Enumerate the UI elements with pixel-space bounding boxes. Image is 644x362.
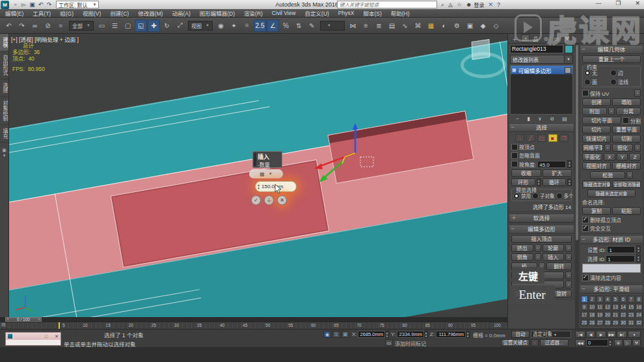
tab-modify[interactable]: ◔ [521, 35, 530, 42]
attach-settings-button[interactable]: ▫ [608, 107, 615, 115]
tab-hierarchy[interactable]: 品 [531, 35, 540, 42]
tab-motion[interactable]: ◎ [542, 35, 550, 42]
ribbon-tab-自由形式[interactable]: 自由形式 [0, 51, 8, 79]
angle-snap-icon[interactable]: ∠ [267, 20, 279, 32]
mini-window-titlebar[interactable]: □ ✕ [6, 333, 60, 340]
render-production-icon[interactable]: ◆ [477, 20, 489, 32]
smoothing-group-7[interactable]: 7 [628, 296, 635, 303]
inset-settings-button[interactable]: ▫ [565, 253, 572, 261]
current-frame-field[interactable]: 0 [586, 339, 608, 346]
smoothing-group-1[interactable]: 1 [581, 296, 588, 303]
slider-next-icon[interactable]: › [38, 317, 40, 322]
save-icon[interactable]: ▣ [28, 1, 36, 8]
slider-prev-icon[interactable]: ‹ [7, 317, 8, 322]
select-and-move-icon[interactable]: ✚ [148, 20, 160, 32]
rectangular-region-icon[interactable]: ▢ [122, 20, 134, 32]
select-id-field[interactable]: 1 [606, 255, 635, 262]
smoothing-group-11[interactable]: 11 [597, 303, 604, 311]
loop-spinner[interactable]: ▲▼ [567, 178, 572, 186]
smoothing-group-21[interactable]: 21 [612, 311, 619, 318]
modifier-list-dropdown[interactable]: 修改器列表 ▼ [510, 55, 573, 64]
material-id-name-dropdown[interactable] [582, 264, 641, 273]
make-planar-button[interactable]: 平面化 [582, 153, 602, 161]
extrude-button[interactable]: 挤出 [511, 244, 533, 252]
smoothing-group-25[interactable]: 25 [581, 319, 588, 326]
remove-modifier-icon[interactable]: ⊘ [550, 116, 554, 122]
frame-spinner[interactable]: ▲▼ [608, 339, 612, 346]
configure-modifier-sets-icon[interactable]: ▤ [562, 116, 567, 122]
rollout-header-material-ids[interactable]: −多边形: 材质 ID [580, 236, 643, 244]
smoothing-group-26[interactable]: 26 [589, 319, 596, 326]
create-button[interactable]: 创建 [582, 98, 611, 106]
smoothing-group-10[interactable]: 10 [589, 303, 596, 311]
y-spinner[interactable]: ▲▼ [424, 331, 428, 338]
hide-unselected-button[interactable]: 隐藏未选定对象 [587, 189, 636, 197]
reset-plane-button[interactable]: 重置平面 [612, 126, 641, 133]
smoothing-group-22[interactable]: 22 [620, 311, 627, 318]
view-cube-box[interactable] [472, 39, 490, 60]
set-id-field[interactable]: 1 [607, 246, 635, 253]
make-unique-icon[interactable]: ∨ [538, 116, 542, 122]
menu-item-修改器M[interactable]: 修改器(M) [138, 9, 163, 17]
pin-stack-icon[interactable]: − [516, 116, 519, 122]
layer-manager-icon[interactable]: ≣ [373, 20, 385, 32]
mini-minimize-icon[interactable]: □ [45, 334, 47, 339]
material-editor-icon[interactable]: ◐ [438, 20, 450, 32]
ring-button[interactable]: 环形 [511, 178, 535, 186]
undo-quick-icon[interactable]: ↶ [36, 1, 45, 8]
stack-item-editable-poly[interactable]: ▦ 可编辑多边形 [511, 66, 572, 74]
menu-item-自定义U[interactable]: 自定义(U) [305, 9, 329, 17]
preview-off-radio[interactable] [513, 193, 520, 199]
search-icon[interactable]: ⌕ [441, 1, 444, 8]
by-angle-checkbox[interactable] [511, 161, 518, 167]
quickslice-button[interactable]: 快速切片 [582, 135, 611, 143]
object-name-field[interactable]: Rectangle013 [510, 45, 563, 53]
selection-lock-icon[interactable]: ⚿ [332, 331, 340, 338]
scene-explorer-icon[interactable]: ▦ [425, 20, 437, 32]
repeat-last-button[interactable]: 重复上一个 [582, 55, 641, 63]
preserve-uv-checkbox[interactable] [582, 90, 589, 96]
maxscript-mini-window[interactable]: □ ✕ [5, 332, 61, 346]
rollout-header-edit-polygons[interactable]: −编辑多边形 [509, 225, 574, 234]
menu-item-帮助H[interactable]: 帮助(H) [391, 9, 410, 17]
by-vertex-checkbox[interactable] [511, 144, 518, 150]
attach-button[interactable]: 附加 [582, 107, 607, 115]
tessellate-button[interactable]: 细化 [612, 144, 633, 152]
menu-item-视图V[interactable]: 视图(V) [83, 9, 101, 17]
y-coordinate-field[interactable]: 2334.9mm [397, 331, 424, 338]
constraint-face-radio[interactable] [584, 79, 591, 85]
full-interactivity-checkbox[interactable] [582, 225, 589, 232]
collapse-button[interactable]: 塌陷 [612, 98, 641, 106]
modifier-stack[interactable]: ▦ 可编辑多边形 [510, 65, 573, 115]
minimize-button[interactable]: — [595, 0, 601, 7]
flip-button[interactable]: 翻转 [546, 262, 572, 270]
caddy-apply-button[interactable]: ＋ [264, 195, 274, 205]
tab-display[interactable]: ▭ [552, 35, 561, 42]
redo-quick-icon[interactable]: ↷ [45, 1, 53, 8]
grow-button[interactable]: 扩大 [543, 169, 572, 177]
show-end-result-icon[interactable]: ▮ [527, 116, 530, 122]
ribbon-minimize-icon[interactable]: ▣▾ [0, 148, 8, 158]
smoothing-group-2[interactable]: 2 [589, 296, 596, 303]
select-id-spinner[interactable]: ▲▼ [636, 255, 641, 262]
smoothing-group-13[interactable]: 13 [612, 303, 619, 311]
smoothing-group-30[interactable]: 30 [620, 319, 627, 326]
rollout-header-edit-geometry[interactable]: −编辑几何体 [580, 46, 643, 54]
cut-button[interactable]: 切割 [612, 135, 641, 143]
reference-coordinate-dropdown[interactable]: 视图▼ [188, 21, 213, 31]
restore-button[interactable]: ❐ [615, 0, 621, 7]
ribbon-tab-选择[interactable]: 选择 [0, 79, 8, 97]
smoothing-group-18[interactable]: 18 [589, 311, 596, 318]
use-pivot-point-icon[interactable]: ◉ [215, 20, 227, 32]
subobject-polygon-icon[interactable]: ■ [548, 134, 557, 142]
avatar-icon[interactable]: ☻ [466, 1, 472, 8]
caddy-ok-button[interactable]: ✓ [251, 195, 261, 205]
spinner-snap-icon[interactable]: ⇅ [293, 20, 305, 32]
view-cube[interactable] [459, 38, 505, 74]
subobject-vertex-icon[interactable]: ∴ [515, 134, 524, 142]
smoothing-group-28[interactable]: 28 [604, 319, 611, 326]
smoothing-group-27[interactable]: 27 [597, 319, 604, 326]
perspective-viewport[interactable]: [+] [透视] [明暗处理 + 边面 ] 总计 多边形:36 顶点:40 FP… [9, 34, 507, 317]
align-icon[interactable]: ≡ [360, 20, 372, 32]
menu-item-创建C[interactable]: 创建(C) [110, 9, 129, 17]
